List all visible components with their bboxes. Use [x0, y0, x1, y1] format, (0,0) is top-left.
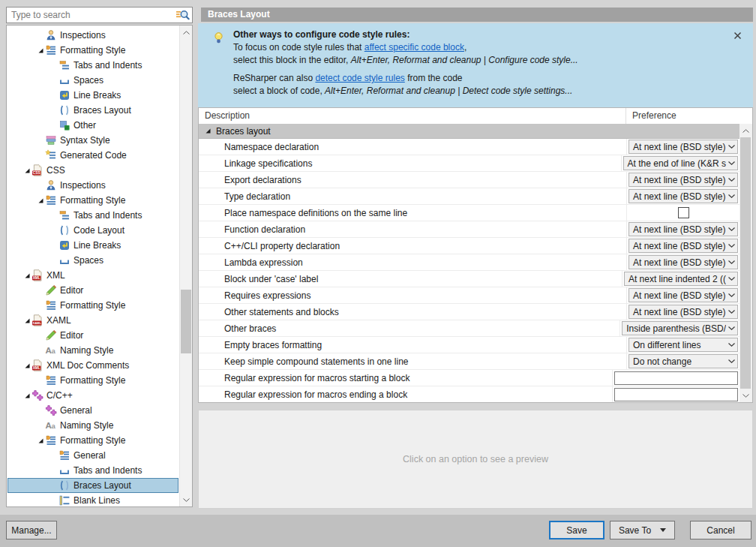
sidebar-item-label: XML Doc Comments: [46, 360, 129, 371]
option-row-regular-expression-for-macros-starting-a-block[interactable]: Regular expression for macros starting a…: [199, 370, 740, 386]
sidebar-item-general[interactable]: General: [8, 448, 178, 463]
preference-dropdown[interactable]: At next line (BSD style): [628, 173, 738, 187]
option-row-lambda-expression[interactable]: Lambda expressionAt next line (BSD style…: [199, 254, 740, 271]
sidebar-item-formatting-style[interactable]: Formatting Style: [8, 373, 178, 388]
option-row-empty-braces-formatting[interactable]: Empty braces formattingOn different line…: [199, 337, 740, 353]
sidebar-item-editor[interactable]: Editor: [8, 328, 178, 343]
formatting-style-icon: [58, 449, 70, 461]
scroll-up-icon[interactable]: [740, 125, 752, 137]
option-row-keep-simple-compound-statements-in-one-line[interactable]: Keep simple compound statements in one l…: [199, 353, 740, 370]
scroll-up-icon[interactable]: [180, 26, 192, 38]
sidebar-item-xaml[interactable]: XAMLXAML: [8, 313, 178, 328]
preference-textbox[interactable]: [614, 371, 738, 385]
preference-dropdown[interactable]: At next line (BSD style): [628, 288, 738, 302]
expander-spacer: [50, 211, 58, 220]
preference-dropdown[interactable]: At next line (BSD style): [628, 239, 738, 253]
expander-icon[interactable]: [36, 436, 45, 445]
preference-dropdown[interactable]: At the end of line (K&R s: [623, 156, 738, 170]
sidebar-item-line-breaks[interactable]: Line Breaks: [8, 88, 178, 103]
sidebar-item-other[interactable]: Other: [8, 118, 178, 133]
expander-icon[interactable]: [22, 361, 32, 370]
sidebar-item-editor[interactable]: Editor: [8, 283, 178, 298]
preference-dropdown[interactable]: At next line (BSD style): [628, 305, 738, 319]
option-row-other-statements-and-blocks[interactable]: Other statements and blocksAt next line …: [199, 304, 740, 320]
search-input[interactable]: [7, 10, 176, 20]
preference-textbox[interactable]: [614, 388, 738, 401]
braces-layout-icon: [58, 479, 70, 491]
option-row-c-cli-property-declaration[interactable]: C++/CLI property declarationAt next line…: [199, 238, 740, 254]
option-row-export-declarations[interactable]: Export declarationsAt next line (BSD sty…: [199, 172, 740, 188]
sidebar-item-formatting-style[interactable]: Formatting Style: [8, 193, 178, 208]
expander-icon[interactable]: [22, 316, 32, 325]
preference-checkbox[interactable]: [678, 207, 689, 218]
preference-value: At next line (BSD style): [629, 224, 726, 235]
preference-dropdown[interactable]: At next line (BSD style): [628, 140, 738, 154]
sidebar-item-formatting-style[interactable]: Formatting Style: [8, 433, 178, 448]
tree-scrollbar-thumb[interactable]: [181, 290, 191, 353]
expander-icon[interactable]: [203, 127, 212, 136]
option-row-regular-expression-for-macros-ending-a-block[interactable]: Regular expression for macros ending a b…: [199, 386, 740, 402]
cancel-button[interactable]: Cancel: [690, 521, 752, 539]
save-to-button[interactable]: Save To: [610, 521, 675, 539]
sidebar-item-naming-style[interactable]: AaNaming Style: [8, 343, 178, 358]
expander-icon[interactable]: [36, 196, 45, 205]
sidebar-item-css[interactable]: CSSCSS: [8, 163, 178, 178]
detect-code-style-rules-link[interactable]: detect code style rules: [315, 73, 404, 83]
option-row-block-under-case-label[interactable]: Block under 'case' labelAt next line ind…: [199, 271, 740, 287]
expander-icon[interactable]: [22, 166, 32, 175]
option-row-function-declaration[interactable]: Function declarationAt next line (BSD st…: [199, 221, 740, 238]
preference-value: On different lines: [629, 340, 726, 350]
sidebar-item-tabs-and-indents[interactable]: Tabs and Indents: [8, 58, 178, 73]
sidebar-item-naming-style[interactable]: AaNaming Style: [8, 418, 178, 433]
sidebar-item-general[interactable]: General: [8, 403, 178, 418]
sidebar-item-code-layout[interactable]: Code Layout: [8, 223, 178, 238]
sidebar-item-formatting-style[interactable]: Formatting Style: [8, 43, 178, 58]
option-row-requires-expressions[interactable]: Requires expressionsAt next line (BSD st…: [199, 287, 740, 304]
group-row-braces-layout[interactable]: Braces layout: [199, 124, 740, 139]
sidebar-item-blank-lines[interactable]: Blank Lines: [8, 493, 178, 506]
option-row-place-namespace-definitions-on-the-same-line[interactable]: Place namespace definitions on the same …: [199, 205, 740, 221]
scroll-down-icon[interactable]: [180, 494, 192, 506]
option-label: Linkage specifications: [199, 155, 621, 171]
save-button[interactable]: Save: [549, 521, 604, 539]
sidebar-item-braces-layout[interactable]: Braces Layout: [8, 103, 178, 118]
preference-dropdown[interactable]: At next line (BSD style): [628, 255, 738, 269]
sidebar-item-line-breaks[interactable]: Line Breaks: [8, 238, 178, 253]
sidebar-item-braces-layout[interactable]: Braces Layout: [8, 478, 178, 493]
scroll-down-icon[interactable]: [740, 389, 752, 401]
expander-icon[interactable]: [36, 46, 45, 55]
sidebar-item-label: Generated Code: [60, 150, 127, 161]
preference-dropdown[interactable]: At next line indented 2 ((: [624, 272, 738, 286]
sidebar-item-spaces[interactable]: Spaces: [8, 73, 178, 88]
preference-dropdown[interactable]: On different lines: [628, 338, 738, 352]
option-row-other-braces[interactable]: Other bracesInside parenthesis (BSD/: [199, 320, 740, 337]
option-preference-cell: At next line (BSD style): [626, 238, 740, 254]
preference-dropdown[interactable]: Inside parenthesis (BSD/: [622, 321, 738, 335]
sidebar-item-xml-doc-comments[interactable]: XMLXML Doc Comments: [8, 358, 178, 373]
preference-dropdown[interactable]: At next line (BSD style): [628, 222, 738, 236]
sidebar-item-inspections[interactable]: Inspections: [8, 178, 178, 193]
tree-scrollbar[interactable]: [179, 26, 192, 506]
expander-icon[interactable]: [22, 391, 32, 400]
sidebar-item-xml[interactable]: XMLXML: [8, 268, 178, 283]
expander-icon[interactable]: [22, 271, 32, 280]
option-preference-cell: Do not change: [626, 353, 740, 369]
table-scrollbar[interactable]: [740, 124, 752, 402]
option-row-namespace-declaration[interactable]: Namespace declarationAt next line (BSD s…: [199, 139, 740, 155]
close-icon[interactable]: [732, 30, 742, 41]
sidebar-item-tabs-and-indents[interactable]: Tabs and Indents: [8, 463, 178, 478]
table-scrollbar-thumb[interactable]: [740, 137, 751, 389]
sidebar-item-spaces[interactable]: Spaces: [8, 253, 178, 268]
sidebar-item-generated-code[interactable]: Generated Code: [8, 148, 178, 163]
sidebar-item-syntax-style[interactable]: Syntax Style: [8, 133, 178, 148]
option-row-linkage-specifications[interactable]: Linkage specificationsAt the end of line…: [199, 155, 740, 172]
preference-dropdown[interactable]: Do not change: [628, 354, 738, 368]
affect-specific-code-block-link[interactable]: affect specific code block: [364, 42, 464, 53]
sidebar-item-c-c[interactable]: C/C++: [8, 388, 178, 403]
manage-button[interactable]: Manage...: [6, 521, 57, 539]
sidebar-item-inspections[interactable]: Inspections: [8, 28, 178, 43]
preference-dropdown[interactable]: At next line (BSD style): [628, 189, 738, 203]
sidebar-item-formatting-style[interactable]: Formatting Style: [8, 298, 178, 313]
sidebar-item-tabs-and-indents[interactable]: Tabs and Indents: [8, 208, 178, 223]
option-row-type-declaration[interactable]: Type declarationAt next line (BSD style): [199, 188, 740, 205]
